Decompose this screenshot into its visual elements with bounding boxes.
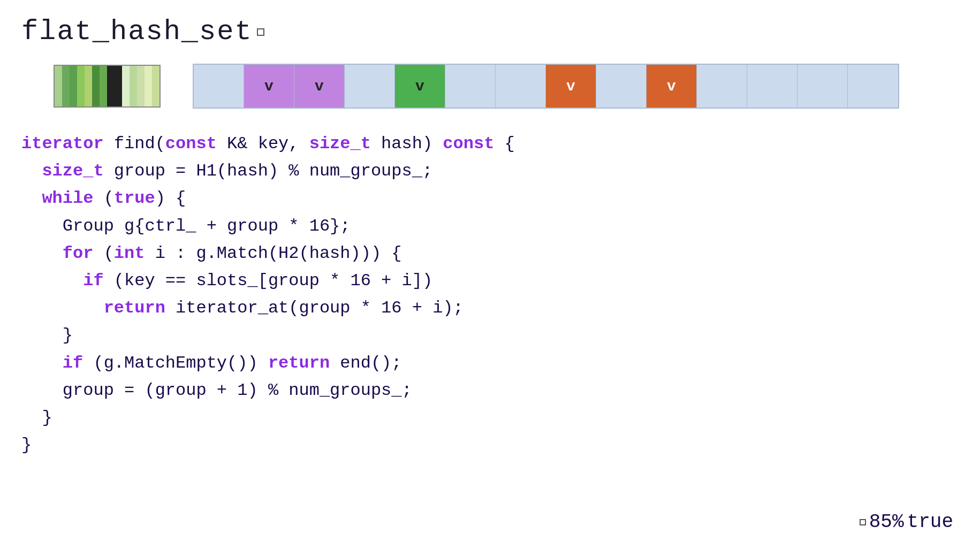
ctrl-stripe-4 (85, 66, 92, 106)
code-line: if (key == slots_[group * 16 + i]) (21, 271, 432, 291)
code-line-9: group = (group + 1) % num_groups_; (21, 377, 959, 404)
footer-percent: 85% (869, 511, 904, 533)
code-block: iterator find(const K& key, size_t hash)… (21, 130, 959, 459)
code-line-4: for (int i : g.Match(H2(hash))) { (21, 240, 959, 267)
ctrl-bar (54, 65, 161, 108)
slot-9: v (647, 65, 697, 108)
code-line-6: return iterator_at(group * 16 + i); (21, 294, 959, 322)
code-line: Group g{ctrl_ + group * 16}; (21, 216, 351, 236)
ctrl-stripe-8 (115, 66, 122, 106)
slot-7: v (546, 65, 596, 108)
ctrl-stripe-9 (122, 66, 130, 106)
code-line: group = (group + 1) % num_groups_; (21, 380, 412, 400)
ctrl-stripe-2 (70, 66, 77, 106)
slot-0 (194, 65, 244, 108)
slot-8 (596, 65, 647, 108)
ctrl-stripe-3 (77, 66, 85, 106)
slot-3 (345, 65, 395, 108)
code-line-10: } (21, 404, 959, 431)
footer-cursor (860, 519, 866, 525)
code-line-5: if (key == slots_[group * 16 + i]) (21, 267, 959, 294)
ctrl-stripe-1 (62, 66, 70, 106)
code-line: if (g.MatchEmpty()) return end(); (21, 353, 402, 373)
ctrl-stripe-6 (100, 66, 107, 106)
code-line-3: Group g{ctrl_ + group * 16}; (21, 212, 959, 240)
code-line-2: while (true) { (21, 185, 959, 212)
ctrl-stripe-5 (92, 66, 100, 106)
code-line: iterator find(const K& key, size_t hash)… (21, 134, 515, 154)
slot-13 (848, 65, 898, 108)
ctrl-stripe-10 (130, 66, 137, 106)
code-line: } (21, 435, 32, 455)
code-line-11: } (21, 431, 959, 459)
slot-12 (797, 65, 848, 108)
title-text: flat_hash_set (21, 16, 253, 48)
slot-4: v (395, 65, 445, 108)
code-line: while (true) { (21, 188, 186, 208)
page-title: flat_hash_set (21, 16, 959, 48)
code-line: size_t group = H1(hash) % num_groups_; (21, 161, 432, 181)
slot-2: v (294, 65, 345, 108)
code-line: } (21, 325, 73, 345)
slots-container: vvvvv (193, 64, 899, 109)
slot-5 (445, 65, 496, 108)
slot-6 (496, 65, 546, 108)
code-line-1: size_t group = H1(hash) % num_groups_; (21, 157, 959, 185)
code-line: for (int i : g.Match(H2(hash))) { (21, 243, 402, 263)
slot-10 (697, 65, 747, 108)
code-line-0: iterator find(const K& key, size_t hash)… (21, 130, 959, 157)
ctrl-stripe-11 (137, 66, 145, 106)
ctrl-stripe-0 (55, 66, 62, 106)
ctrl-stripe-12 (145, 66, 152, 106)
diagram-area: vvvvv (54, 64, 959, 109)
slot-1: v (244, 65, 294, 108)
ctrl-stripe-7 (107, 66, 115, 106)
code-line-7: } (21, 322, 959, 349)
ctrl-stripe-13 (152, 66, 159, 106)
code-line: return iterator_at(group * 16 + i); (21, 298, 464, 318)
slot-11 (747, 65, 797, 108)
title-cursor (257, 28, 264, 36)
footer-label: true (907, 511, 953, 533)
footer: 85% true (860, 511, 953, 533)
code-line: } (21, 408, 52, 428)
code-line-8: if (g.MatchEmpty()) return end(); (21, 349, 959, 377)
